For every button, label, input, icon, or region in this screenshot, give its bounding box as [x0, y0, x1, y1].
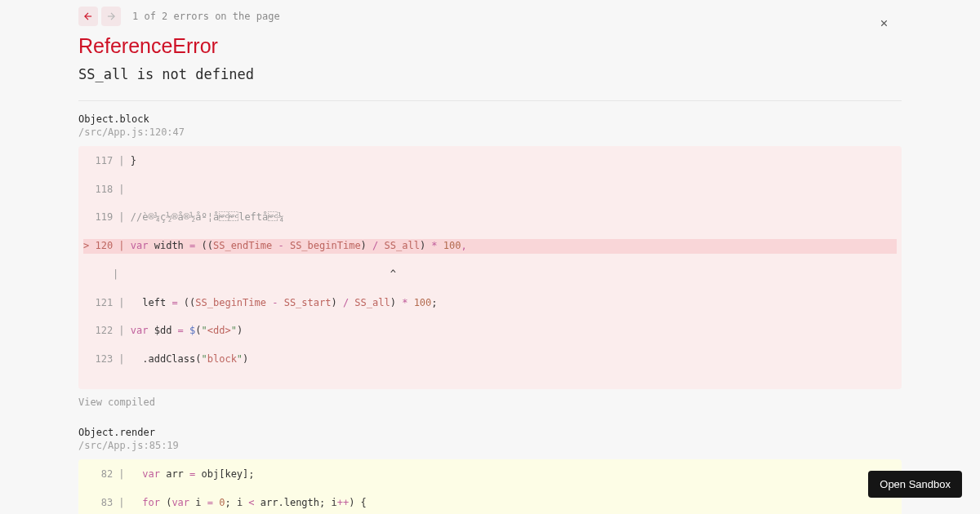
open-sandbox-button[interactable]: Open Sandbox — [868, 471, 962, 498]
code-line: 122 | var $dd = $("<dd>") — [83, 324, 897, 338]
code-line: 119 | //è®¼ç½®å®½åº¦åleftå¼ — [83, 210, 897, 224]
code-line: 121 | left = ((SS_beginTime - SS_start) … — [83, 296, 897, 310]
stack-frame-location: /src/App.js:85:19 — [78, 440, 902, 451]
code-line: 82 | var arr = obj[key]; — [83, 467, 897, 481]
error-message: SS_all is not defined — [78, 66, 902, 82]
arrow-right-icon — [105, 11, 117, 22]
close-icon — [879, 18, 889, 29]
error-overlay: 1 of 2 errors on the page ReferenceError… — [78, 0, 902, 514]
error-type: ReferenceError — [78, 34, 902, 58]
next-error-button[interactable] — [101, 7, 121, 26]
code-line: 118 | — [83, 183, 897, 197]
code-line: 123 | .addClass("block") — [83, 352, 897, 366]
close-button[interactable] — [875, 15, 892, 31]
divider — [78, 100, 902, 101]
stack-frame-func: Object.block — [78, 113, 902, 126]
error-count-text: 1 of 2 errors on the page — [132, 11, 280, 22]
prev-error-button[interactable] — [78, 7, 98, 26]
arrow-left-icon — [82, 11, 94, 22]
code-line: 117 | } — [83, 154, 897, 168]
stack-frame-func: Object.render — [78, 426, 902, 440]
code-snippet-secondary: 82 | var arr = obj[key]; 83 | for (var i… — [78, 459, 902, 514]
code-line: > 120 | var width = ((SS_endTime - SS_be… — [83, 239, 897, 253]
error-nav-bar: 1 of 2 errors on the page — [78, 7, 902, 26]
stack-frame-location: /src/App.js:120:47 — [78, 126, 902, 138]
code-snippet-primary: 117 | } 118 | 119 | //è®¼ç½®å®½åº¦ålef… — [78, 146, 902, 389]
view-compiled-link[interactable]: View compiled — [78, 397, 155, 408]
code-line: | ^ — [83, 268, 897, 281]
code-line: 83 | for (var i = 0; i < arr.length; i++… — [83, 496, 897, 510]
